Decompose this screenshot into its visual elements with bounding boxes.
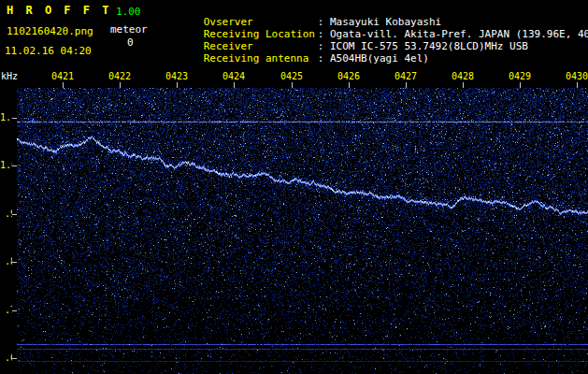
receiver-value: : ICOM IC-575 53.7492(8LCD)MHz USB: [318, 40, 528, 52]
antenna-label: Receiving antenna: [204, 52, 318, 65]
app-version: 1.00: [116, 6, 141, 18]
x-tick-label: 0426: [337, 71, 361, 82]
y-axis-unit-label: kHz: [1, 71, 18, 82]
x-tick-label: 0423: [165, 71, 189, 82]
x-tick-label: 0424: [222, 71, 246, 82]
spectrogram-canvas: [12, 82, 588, 374]
x-tick-label: 0421: [50, 71, 75, 82]
antenna-value: : A504HB(yagi 4el): [318, 52, 429, 65]
location-value: : Ogata-vill. Akita-Pref. JAPAN (139.96E…: [318, 28, 588, 40]
x-tick-label: 0427: [394, 71, 418, 82]
output-filename: 1102160420.png: [7, 25, 93, 37]
x-tick-label: 0425: [280, 71, 304, 82]
x-tick-label: 0429: [508, 71, 532, 82]
x-tick-label: 0430: [565, 71, 588, 82]
x-tick-label: 0422: [108, 71, 132, 82]
x-tick-label: 0428: [451, 71, 475, 82]
observer-info-block: Ovserver: Masayuki Kobayashi Receiving L…: [166, 4, 588, 52]
observation-datetime: 11.02.16 04:20: [5, 45, 92, 57]
observer-label: Ovserver: [204, 16, 318, 28]
meteor-count-value: 0: [127, 36, 134, 49]
location-label: Receiving Location: [204, 28, 318, 40]
receiver-label: Receiver: [204, 40, 318, 52]
info-line-observer: Ovserver: Masayuki Kobayashi: [166, 4, 588, 16]
observer-value: : Masayuki Kobayashi: [318, 16, 441, 28]
app-title: H R O F F T: [7, 4, 111, 17]
meteor-count-label: meteor: [110, 23, 148, 36]
